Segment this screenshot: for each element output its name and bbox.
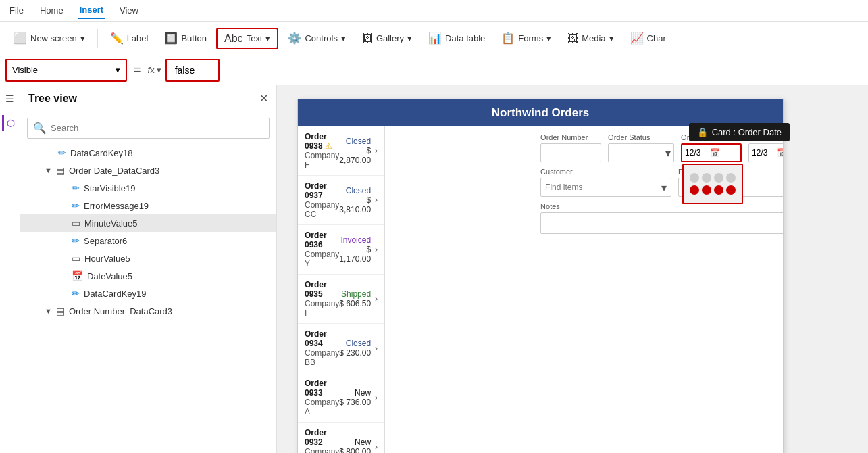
menu-bar: File Home Insert View	[0, 0, 868, 22]
order-amount: $ 800.00	[339, 447, 371, 453]
tree-search-box[interactable]: 🔍	[27, 118, 270, 139]
tree-item-label: ErrorMessage19	[84, 201, 149, 211]
order-info: Order 0936 Company Y	[305, 231, 339, 268]
order-id: Order 0933	[305, 379, 339, 398]
text-icon: Abc	[224, 32, 243, 45]
tree-item-errormessage19[interactable]: ✏ ErrorMessage19	[20, 197, 276, 214]
tree-item-label: StarVisible19	[84, 183, 135, 193]
calendar-btn-icon[interactable]: 📅	[710, 148, 720, 158]
order-details: Shipped $ 606.50	[339, 289, 371, 308]
date-picker-overlay	[682, 164, 743, 204]
dropdown-arrow-icon: ▾	[663, 147, 673, 160]
notes-field: Notes	[540, 202, 783, 237]
order-arrow-icon: ›	[375, 146, 378, 156]
order-list-item[interactable]: Order 0933 Company A New $ 736.00 ›	[298, 373, 384, 423]
tree-item-label: DateValue5	[87, 271, 132, 281]
forms-button[interactable]: 📋 Forms ▾	[494, 28, 558, 48]
edit-icon: ✏	[58, 147, 66, 158]
order-company: Company K	[305, 447, 339, 453]
customer-dropdown-icon: ▾	[657, 181, 671, 194]
tree-item-separator6[interactable]: ✏ Separator6	[20, 232, 276, 249]
order-status: New	[339, 388, 371, 398]
order-amount: $ 3,810.00	[339, 195, 371, 214]
label-icon: ✏️	[110, 32, 124, 45]
order-amount: $ 736.00	[339, 398, 371, 407]
new-screen-button[interactable]: ⬜ New screen ▾	[7, 28, 92, 48]
notes-input[interactable]	[540, 212, 783, 234]
data-table-button[interactable]: 📊 Data table	[422, 28, 492, 48]
fx-button[interactable]: fx ▾	[148, 65, 161, 75]
tree-item-ordernumbercard[interactable]: ▼ ▤ Order Number_DataCard3	[20, 302, 276, 320]
tree-item-datevalue5[interactable]: 📅 DateValue5	[20, 267, 276, 285]
button-button[interactable]: 🔲 Button	[157, 28, 213, 48]
tree-item-datacardkey19[interactable]: ✏ DataCardKey19	[20, 285, 276, 302]
toolbar-divider-1	[97, 29, 98, 48]
paid-date-input[interactable]: 📅 ◀ ▶	[748, 143, 783, 162]
tree-item-label: DataCardKey19	[84, 289, 147, 299]
order-info: Order 0932 Company K	[305, 428, 339, 453]
forms-icon: 📋	[501, 32, 515, 45]
formula-bar: Visible ▾ = fx ▾ false	[0, 55, 868, 85]
order-list-item[interactable]: Order 0934 Company BB Closed $ 230.00 ›	[298, 324, 384, 373]
edit-icon: ✏	[72, 183, 80, 193]
layers-icon[interactable]: ⬡	[2, 115, 18, 131]
tree-close-button[interactable]: ✕	[259, 92, 268, 105]
order-company: Company CC	[305, 200, 339, 219]
property-selector[interactable]: Visible ▾	[5, 59, 127, 82]
order-id: Order 0936	[305, 231, 339, 249]
gallery-button[interactable]: 🖼 Gallery ▾	[355, 29, 419, 48]
tree-panel: Tree view ✕ 🔍 ✏ DataCardKey18 ▼ ▤ Order …	[20, 85, 277, 453]
order-list-item[interactable]: Order 0938⚠ Company F Closed $ 2,870.00 …	[298, 126, 384, 176]
collapse-arrow-icon: ▼	[45, 166, 52, 174]
order-list-item[interactable]: Order 0935 Company I Shipped $ 606.50 ›	[298, 275, 384, 324]
menu-file[interactable]: File	[8, 3, 25, 18]
order-amount: $ 606.50	[339, 299, 371, 308]
toolbar: ⬜ New screen ▾ ✏️ Label 🔲 Button Abc Tex…	[0, 22, 868, 55]
tree-item-label: MinuteValue5	[84, 218, 138, 229]
order-list-item[interactable]: Order 0937 Company CC Closed $ 3,810.00 …	[298, 176, 384, 225]
search-input[interactable]	[51, 123, 263, 133]
order-info: Order 0935 Company I	[305, 280, 339, 318]
calendar-btn-icon[interactable]: 📅	[777, 148, 783, 158]
order-number-input[interactable]	[540, 143, 601, 162]
media-button[interactable]: 🖼 Media ▾	[561, 29, 620, 48]
order-status: Shipped	[339, 289, 371, 299]
order-status: Closed	[339, 186, 371, 195]
order-arrow-icon: ›	[375, 442, 378, 452]
order-id: Order 0935	[305, 280, 339, 299]
hamburger-icon[interactable]: ☰	[2, 91, 18, 107]
order-status: Closed	[339, 339, 371, 348]
formula-value[interactable]: false	[165, 59, 220, 82]
order-info: Order 0933 Company A	[305, 379, 339, 416]
controls-button[interactable]: ⚙️ Controls ▾	[281, 28, 352, 48]
menu-insert[interactable]: Insert	[78, 2, 105, 19]
order-date-input[interactable]: 📅	[681, 143, 742, 162]
order-id: Order 0938⚠	[305, 132, 339, 151]
tree-item-starvisible19[interactable]: ✏ StarVisible19	[20, 179, 276, 197]
order-details: Closed $ 3,810.00	[339, 186, 371, 214]
lock-icon: 🔒	[697, 127, 708, 137]
menu-view[interactable]: View	[118, 3, 140, 18]
edit-icon: ✏	[72, 200, 80, 211]
dot	[726, 173, 736, 183]
customer-find-input[interactable]	[541, 183, 657, 192]
order-list-item[interactable]: Order 0936 Company Y Invoiced $ 1,170.00…	[298, 225, 384, 275]
edit-icon: ✏	[72, 235, 80, 246]
tree-item-minutevalue5[interactable]: ▭ MinuteValue5	[20, 214, 276, 232]
dot	[702, 173, 711, 183]
tree-item-datacardkey18[interactable]: ✏ DataCardKey18	[20, 144, 276, 162]
tree-item-orderdatecard[interactable]: ▼ ▤ Order Date_DataCard3	[20, 162, 276, 179]
app-title: Northwind Orders	[492, 106, 590, 119]
order-details: New $ 800.00	[339, 437, 371, 453]
chart-button[interactable]: 📈 Char	[623, 28, 673, 48]
label-button[interactable]: ✏️ Label	[103, 28, 155, 48]
warning-icon: ⚠	[325, 141, 332, 151]
paid-date-value[interactable]	[752, 148, 775, 158]
order-list-item[interactable]: Order 0932 Company K New $ 800.00 ›	[298, 423, 384, 453]
tree-item-hourvalue5[interactable]: ▭ HourValue5	[20, 249, 276, 267]
menu-home[interactable]: Home	[39, 3, 65, 18]
folder-icon: ▤	[56, 306, 65, 316]
text-button[interactable]: Abc Text ▾	[216, 28, 278, 49]
order-date-value[interactable]	[685, 148, 709, 158]
dot	[702, 185, 711, 195]
